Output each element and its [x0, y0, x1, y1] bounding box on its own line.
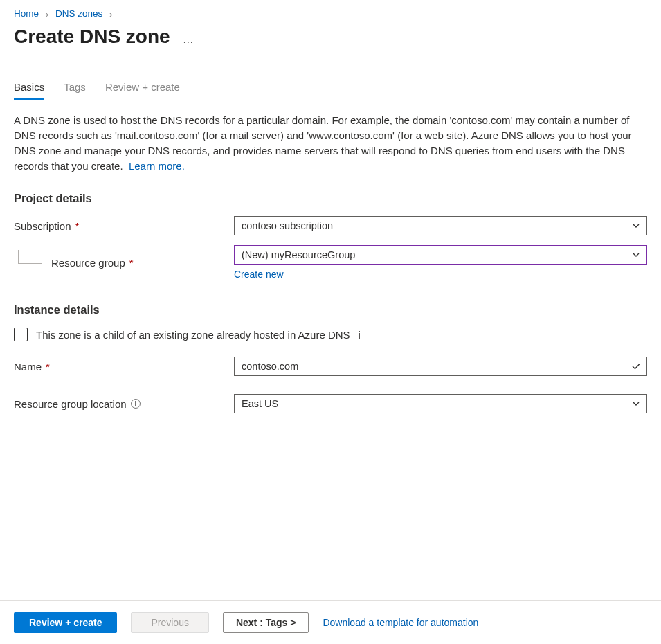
intro-body: A DNS zone is used to host the DNS recor…	[14, 114, 632, 172]
required-indicator: *	[46, 361, 50, 373]
chevron-down-icon	[631, 221, 641, 231]
tree-connector-icon	[18, 250, 42, 264]
more-actions-icon[interactable]: …	[183, 33, 195, 46]
learn-more-link[interactable]: Learn more.	[129, 160, 185, 172]
review-create-button[interactable]: Review + create	[14, 612, 117, 633]
intro-text: A DNS zone is used to host the DNS recor…	[14, 113, 644, 174]
chevron-right-icon: ›	[46, 9, 49, 19]
resource-group-value: (New) myResourceGroup	[242, 249, 355, 260]
required-indicator: *	[129, 257, 134, 269]
tab-review-create[interactable]: Review + create	[105, 75, 180, 100]
section-project-details: Project details	[14, 192, 647, 205]
subscription-select[interactable]: contoso subscription	[234, 216, 647, 235]
breadcrumb-home[interactable]: Home	[14, 8, 39, 19]
subscription-value: contoso subscription	[242, 220, 333, 231]
chevron-right-icon: ›	[109, 9, 113, 19]
chevron-down-icon	[631, 399, 641, 409]
rg-location-label: Resource group location	[14, 398, 127, 410]
rg-location-select[interactable]: East US	[234, 394, 647, 413]
name-label: Name	[14, 361, 42, 373]
tab-tags[interactable]: Tags	[64, 75, 86, 100]
name-input[interactable]: contoso.com	[234, 357, 647, 376]
rg-location-value: East US	[242, 398, 278, 409]
child-zone-checkbox[interactable]	[14, 328, 28, 341]
next-button[interactable]: Next : Tags >	[223, 612, 309, 633]
create-new-resource-group-link[interactable]: Create new	[234, 269, 647, 280]
name-value: contoso.com	[242, 361, 298, 372]
checkmark-icon	[631, 361, 641, 371]
page-title: Create DNS zone	[14, 26, 170, 48]
section-instance-details: Instance details	[14, 303, 647, 316]
resource-group-select[interactable]: (New) myResourceGroup	[234, 245, 647, 265]
wizard-footer: Review + create Previous Next : Tags > D…	[0, 600, 661, 644]
wizard-tabs: Basics Tags Review + create	[14, 75, 647, 100]
download-template-link[interactable]: Download a template for automation	[323, 617, 478, 628]
child-zone-label: This zone is a child of an existing zone…	[36, 329, 350, 341]
previous-button: Previous	[131, 612, 208, 633]
subscription-label: Subscription	[14, 220, 71, 232]
resource-group-label: Resource group	[51, 257, 125, 269]
tab-basics[interactable]: Basics	[14, 75, 44, 100]
chevron-down-icon	[631, 250, 641, 260]
breadcrumb-dns-zones[interactable]: DNS zones	[55, 8, 102, 19]
required-indicator: *	[75, 220, 80, 232]
info-icon[interactable]: i	[131, 399, 141, 409]
info-icon[interactable]: i	[359, 329, 361, 341]
breadcrumb: Home › DNS zones ›	[14, 7, 647, 23]
